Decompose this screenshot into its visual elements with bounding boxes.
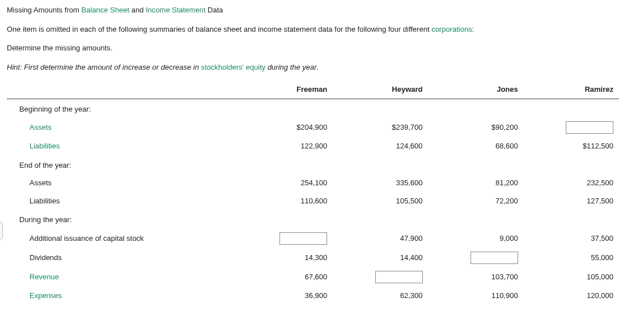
hint-post: during the year.: [265, 63, 318, 71]
data-table: Freeman Heyward Jones Ramirez Beginning …: [7, 80, 619, 304]
cell-end-assets-c4: 232,500: [524, 174, 619, 192]
cell-div-c3: [429, 248, 524, 267]
left-tab-sliver: [0, 221, 3, 240]
term-balance-sheet[interactable]: Balance Sheet: [82, 6, 130, 14]
input-dividends-jones[interactable]: [471, 252, 518, 264]
label-end-assets: Assets: [7, 174, 238, 192]
cell-begin-assets-c1: $204,900: [238, 118, 333, 137]
cell-div-c2: 14,400: [333, 248, 428, 267]
cell-end-assets-c1: 254,100: [238, 174, 333, 192]
cell-rev-c2: [333, 267, 428, 287]
header-row: Freeman Heyward Jones Ramirez: [7, 80, 619, 99]
input-issuance-freeman[interactable]: [279, 232, 327, 245]
term-liabilities[interactable]: Liabilities: [29, 142, 60, 150]
determine-line: Determine the missing amounts.: [7, 42, 637, 54]
cell-rev-c3: 103,700: [429, 267, 524, 287]
row-revenue: Revenue 67,600 103,700 105,000: [7, 267, 619, 287]
term-expenses[interactable]: Expenses: [29, 291, 62, 300]
cell-end-liab-c3: 72,200: [429, 192, 524, 210]
section-beginning: Beginning of the year:: [7, 99, 619, 118]
row-dividends: Dividends 14,300 14,400 55,000: [7, 248, 619, 267]
label-beginning: Beginning of the year:: [7, 99, 238, 118]
intro-pre: One item is omitted in each of the follo…: [7, 25, 431, 33]
label-dividends: Dividends: [7, 248, 238, 267]
row-end-liabilities: Liabilities 110,600 105,500 72,200 127,5…: [7, 192, 619, 210]
input-revenue-heyward[interactable]: [375, 271, 423, 283]
hint-label: Hint: [7, 63, 20, 71]
title-mid: and: [129, 6, 146, 14]
intro-text: One item is omitted in each of the follo…: [7, 24, 637, 35]
cell-begin-assets-c3: $90,200: [429, 118, 524, 137]
cell-issuance-c3: 9,000: [429, 229, 524, 248]
cell-end-liab-c1: 110,600: [238, 192, 333, 210]
cell-exp-c2: 62,300: [333, 287, 428, 305]
cell-begin-assets-c2: $239,700: [333, 118, 428, 137]
label-issuance: Additional issuance of capital stock: [7, 229, 238, 248]
cell-begin-liab-c4: $112,500: [524, 137, 619, 155]
cell-exp-c3: 110,900: [429, 287, 524, 305]
cell-begin-liab-c3: 68,600: [429, 137, 524, 155]
title-pre: Missing Amounts from: [7, 6, 82, 14]
cell-end-assets-c2: 335,600: [333, 174, 428, 192]
label-during: During the year:: [7, 210, 238, 229]
term-income-statement[interactable]: Income Statement: [146, 6, 206, 14]
title-post: Data: [206, 6, 223, 14]
intro-post: :: [472, 25, 474, 33]
section-end: End of the year:: [7, 155, 619, 175]
cell-begin-assets-c4: [524, 118, 619, 137]
cell-rev-c1: 67,600: [238, 267, 333, 287]
hint-pre: : First determine the amount of increase…: [20, 63, 201, 71]
col-freeman: Freeman: [238, 80, 333, 99]
cell-end-assets-c3: 81,200: [429, 174, 524, 192]
cell-rev-c4: 105,000: [524, 267, 619, 287]
cell-end-liab-c4: 127,500: [524, 192, 619, 210]
col-jones: Jones: [429, 80, 524, 99]
term-revenue[interactable]: Revenue: [29, 273, 59, 281]
label-end: End of the year:: [7, 155, 238, 175]
cell-issuance-c2: 47,900: [333, 229, 428, 248]
col-heyward: Heyward: [333, 80, 428, 99]
cell-begin-liab-c2: 124,600: [333, 137, 428, 155]
row-begin-liabilities: Liabilities 122,900 124,600 68,600 $112,…: [7, 137, 619, 155]
row-end-assets: Assets 254,100 335,600 81,200 232,500: [7, 174, 619, 192]
row-expenses: Expenses 36,900 62,300 110,900 120,000: [7, 287, 619, 305]
cell-end-liab-c2: 105,500: [333, 192, 428, 210]
cell-issuance-c1: [238, 229, 333, 248]
hint-line: Hint: First determine the amount of incr…: [7, 62, 637, 73]
term-assets[interactable]: Assets: [29, 123, 52, 131]
input-begin-assets-ramirez[interactable]: [566, 121, 613, 134]
cell-exp-c4: 120,000: [524, 287, 619, 305]
label-end-liab: Liabilities: [7, 192, 238, 210]
cell-div-c1: 14,300: [238, 248, 333, 267]
term-corporations[interactable]: corporations: [431, 25, 472, 33]
header-blank: [7, 80, 238, 99]
problem-title: Missing Amounts from Balance Sheet and I…: [7, 5, 637, 16]
row-begin-assets: Assets $204,900 $239,700 $90,200: [7, 118, 619, 137]
col-ramirez: Ramirez: [524, 80, 619, 99]
row-issuance: Additional issuance of capital stock 47,…: [7, 229, 619, 248]
term-stockholders-equity[interactable]: stockholders' equity: [201, 63, 266, 71]
cell-exp-c1: 36,900: [238, 287, 333, 305]
cell-div-c4: 55,000: [524, 248, 619, 267]
cell-begin-liab-c1: 122,900: [238, 137, 333, 155]
cell-issuance-c4: 37,500: [524, 229, 619, 248]
section-during: During the year:: [7, 210, 619, 229]
